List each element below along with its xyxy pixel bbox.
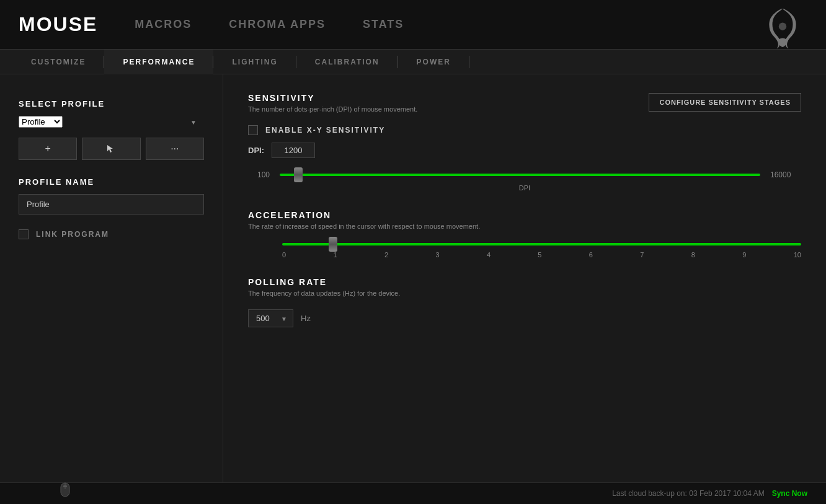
dpi-label: DPI: [248,146,264,155]
more-options-button[interactable]: ··· [146,138,204,160]
accel-scale-1: 1 [333,251,337,259]
mouse-icon-bottom [56,482,74,501]
svg-rect-3 [63,485,67,487]
dpi-input[interactable] [272,143,315,158]
sub-tab-calibration[interactable]: CALIBRATION [296,50,398,74]
select-profile-label: SELECT PROFILE [19,99,204,108]
acceleration-slider-container [248,242,801,246]
tab-macros[interactable]: MACROS [135,15,192,34]
sensitivity-slider-track-wrapper[interactable] [280,173,760,177]
polling-dropdown-wrapper[interactable]: 125 250 500 1000 [248,309,293,327]
configure-sensitivity-button[interactable]: CONFIGURE SENSITIVITY STAGES [649,93,801,112]
dpi-row: DPI: [248,143,801,158]
razer-logo [758,6,807,51]
acceleration-title: ACCELERATION [248,210,801,220]
app-title: MOUSE [19,13,97,36]
link-program-row: LINK PROGRAM [19,229,204,239]
hz-label: Hz [301,314,311,323]
accel-scale-0: 0 [282,251,286,259]
top-nav-tabs: MACROS CHROMA APPS STATS [135,15,404,34]
polling-rate-title: POLLING RATE [248,277,801,287]
sensitivity-section: SENSITIVITY The number of dots-per-inch … [248,93,801,192]
profile-name-label: PROFILE NAME [19,177,204,187]
profile-select[interactable]: Profile Profile 1 Profile 2 Profile 3 [19,116,63,128]
sensitivity-slider-container: 100 16000 [248,170,801,179]
sub-nav: CUSTOMIZE PERFORMANCE LIGHTING CALIBRATI… [0,50,826,74]
acceleration-slider-track-wrapper[interactable] [282,242,801,246]
sensitivity-dpi-suffix: DPI [248,184,801,192]
xy-sensitivity-row: ENABLE X-Y SENSITIVITY [248,125,801,135]
acceleration-scale: 0 1 2 3 4 5 6 7 8 9 10 [282,251,801,259]
accel-scale-10: 10 [794,251,801,259]
accel-scale-8: 8 [691,251,695,259]
acceleration-desc: The rate of increase of speed in the cur… [248,223,801,230]
sensitivity-slider-handle[interactable] [294,167,303,182]
polling-row: 125 250 500 1000 Hz [248,309,801,327]
right-panel: 98% SENSITIVITY The number of dots-per-i… [223,74,826,482]
acceleration-section: ACCELERATION The rate of increase of spe… [248,210,801,259]
backup-text: Last cloud back-up on: 03 Feb 2017 10:04… [612,489,765,498]
accel-scale-9: 9 [742,251,746,259]
polling-select[interactable]: 125 250 500 1000 [248,309,293,327]
sub-tab-performance[interactable]: PERFORMANCE [104,50,213,74]
sub-tab-customize[interactable]: CUSTOMIZE [12,50,104,74]
edit-profile-button[interactable] [82,138,140,160]
polling-section: POLLING RATE The frequency of data updat… [248,277,801,327]
accel-scale-6: 6 [589,251,593,259]
profile-actions: + ··· [19,138,204,160]
polling-rate-desc: The frequency of data updates (Hz) for t… [248,290,801,297]
accel-scale-7: 7 [640,251,644,259]
sensitivity-slider-min: 100 [248,170,270,179]
profile-dropdown-wrapper[interactable]: Profile Profile 1 Profile 2 Profile 3 [19,116,204,128]
xy-sensitivity-checkbox[interactable] [248,125,258,135]
sub-tab-power[interactable]: POWER [398,50,469,74]
sensitivity-slider-max: 16000 [770,170,801,179]
footer: Last cloud back-up on: 03 Feb 2017 10:04… [0,482,826,504]
xy-sensitivity-label: ENABLE X-Y SENSITIVITY [265,126,385,135]
sidebar: SELECT PROFILE Profile Profile 1 Profile… [0,74,223,482]
accel-scale-5: 5 [538,251,541,259]
sensitivity-slider-track [280,174,760,176]
main-content: SELECT PROFILE Profile Profile 1 Profile… [0,74,826,482]
add-profile-button[interactable]: + [19,138,77,160]
top-nav: MOUSE MACROS CHROMA APPS STATS [0,0,826,50]
accel-scale-3: 3 [435,251,439,259]
acceleration-slider-handle[interactable] [329,237,337,252]
acceleration-slider-track [282,243,801,245]
accel-scale-4: 4 [487,251,491,259]
link-program-label: LINK PROGRAM [36,230,109,239]
accel-scale-2: 2 [384,251,388,259]
link-program-checkbox[interactable] [19,229,29,239]
sub-tab-lighting[interactable]: LIGHTING [213,50,296,74]
tab-stats[interactable]: STATS [363,15,404,34]
tab-chroma[interactable]: CHROMA APPS [229,15,326,34]
profile-name-input[interactable] [19,194,204,214]
sync-now-button[interactable]: Sync Now [772,489,807,498]
svg-point-0 [779,22,786,30]
